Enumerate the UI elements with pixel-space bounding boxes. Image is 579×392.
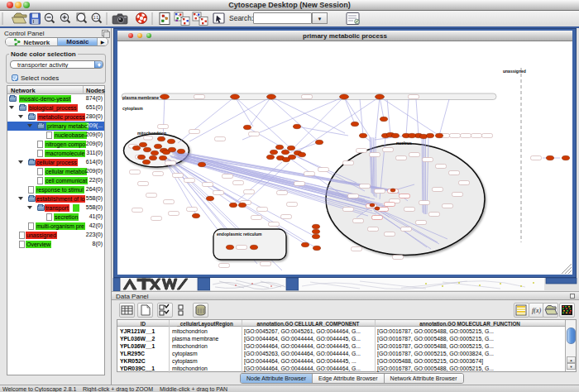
svg-text:f(x): f(x) bbox=[532, 307, 541, 314]
svg-text:cytoplasm: cytoplasm bbox=[122, 106, 143, 111]
svg-text:nucleus: nucleus bbox=[396, 141, 412, 146]
svg-text:1:1: 1:1 bbox=[93, 16, 99, 20]
svg-text:endoplasmic reticulum: endoplasmic reticulum bbox=[217, 232, 262, 237]
svg-text:plasma membrane: plasma membrane bbox=[122, 95, 159, 100]
svg-text:unassigned: unassigned bbox=[503, 69, 526, 74]
svg-text:mitochondrion: mitochondrion bbox=[137, 131, 166, 136]
